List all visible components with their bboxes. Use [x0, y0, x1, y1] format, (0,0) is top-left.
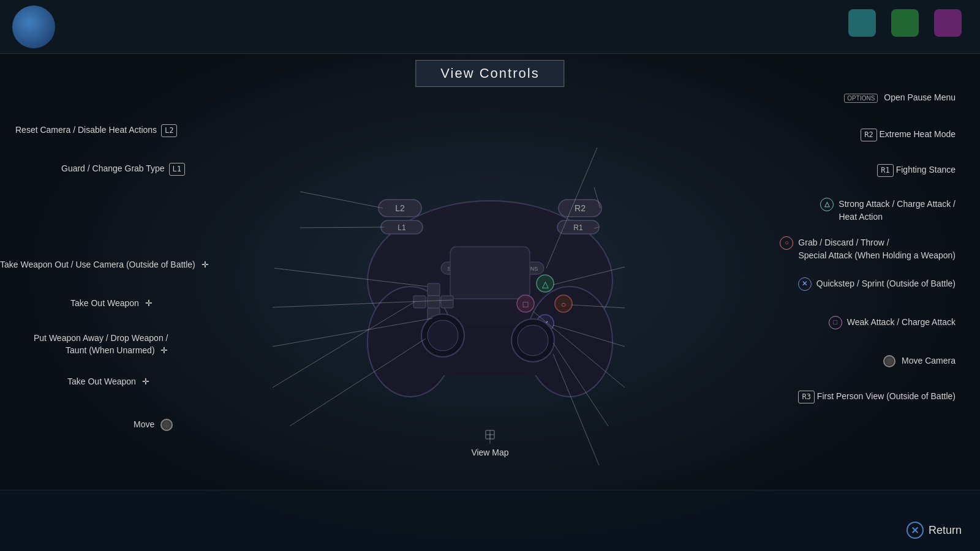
svg-rect-34 — [486, 430, 494, 439]
svg-point-33 — [518, 325, 548, 356]
svg-text:L1: L1 — [398, 223, 406, 232]
title-text: View Controls — [440, 66, 539, 81]
r3-badge: R3 — [798, 391, 814, 403]
return-button[interactable]: ✕ Return — [907, 522, 962, 539]
svg-line-52 — [553, 354, 599, 465]
svg-point-2 — [527, 287, 612, 397]
svg-line-47 — [553, 267, 625, 285]
top-bar — [0, 0, 980, 54]
svg-rect-19 — [413, 296, 426, 308]
top-icon-teal — [848, 9, 876, 37]
label-strong-attack: △ Strong Attack / Charge Attack / Heat A… — [820, 198, 956, 223]
svg-line-50 — [533, 312, 625, 388]
svg-text:□: □ — [523, 299, 529, 309]
weak-attack-text: Weak Attack / Charge Attack — [847, 317, 956, 327]
first-person-text: First Person View (Outside of Battle) — [817, 391, 956, 401]
svg-line-42 — [273, 302, 415, 388]
grab-text: Grab / Discard / Throw / — [798, 238, 889, 247]
take-out-weapon-r-text: Take Out Weapon — [70, 298, 139, 308]
svg-text:SHARE: SHARE — [447, 266, 466, 272]
svg-line-48 — [571, 305, 625, 308]
triangle-symbol: △ — [820, 198, 834, 211]
game-icon-left — [12, 6, 55, 48]
svg-point-24 — [555, 295, 572, 312]
svg-text:△: △ — [542, 279, 549, 289]
svg-line-39 — [274, 268, 427, 287]
svg-text:R2: R2 — [575, 203, 586, 213]
svg-text:✕: ✕ — [541, 318, 549, 329]
label-open-pause: OPTIONS Open Pause Menu — [844, 92, 956, 104]
label-take-weapon-camera: Take Weapon Out / Use Camera (Outside of… — [0, 259, 209, 271]
heat-action-text: Heat Action — [820, 212, 883, 222]
l1-badge: L1 — [169, 163, 185, 176]
x-cross-icon: ✕ — [907, 522, 924, 539]
label-take-out-weapon-d: Take Out Weapon ✛ — [67, 376, 149, 388]
label-view-map: View Map — [471, 447, 508, 459]
top-icon-green — [891, 9, 919, 37]
main-content: View Controls L2 R2 L1 R1 SHARE OPTIONS — [0, 54, 980, 490]
svg-point-22 — [537, 275, 554, 292]
square-symbol: □ — [829, 316, 842, 329]
svg-text:R1: R1 — [573, 223, 583, 232]
svg-point-32 — [511, 319, 554, 362]
extreme-heat-text: Extreme Heat Mode — [880, 129, 956, 139]
label-guard: Guard / Change Grab Type L1 — [61, 163, 185, 176]
svg-line-44 — [546, 148, 597, 268]
r1-badge: R1 — [877, 164, 893, 177]
svg-point-31 — [428, 320, 458, 351]
quickstep-text: Quickstep / Sprint (Outside of Battle) — [816, 279, 956, 288]
svg-line-37 — [300, 192, 383, 208]
svg-rect-12 — [441, 262, 473, 274]
put-weapon-away-text: Put Weapon Away / Drop Weapon / — [34, 333, 168, 343]
svg-point-1 — [368, 287, 453, 397]
top-icons-right — [848, 9, 962, 37]
strong-attack-text: Strong Attack / Charge Attack / — [839, 199, 956, 209]
label-grab: ○ Grab / Discard / Throw / Special Attac… — [780, 236, 956, 262]
open-pause-text: Open Pause Menu — [884, 92, 956, 102]
label-move: Move — [134, 419, 173, 431]
svg-rect-20 — [441, 296, 453, 308]
svg-rect-17 — [428, 283, 440, 296]
fighting-stance-text: Fighting Stance — [896, 165, 956, 174]
cross-symbol: ✕ — [798, 277, 812, 291]
label-put-weapon-away: Put Weapon Away / Drop Weapon / Taunt (W… — [34, 332, 168, 356]
svg-rect-18 — [428, 308, 440, 320]
svg-rect-21 — [428, 296, 440, 308]
svg-rect-6 — [559, 200, 601, 217]
return-label: Return — [929, 524, 962, 537]
svg-line-40 — [273, 300, 453, 307]
label-reset-camera: Reset Camera / Disable Heat Actions L2 — [15, 124, 177, 137]
l2-badge: L2 — [161, 124, 177, 137]
guard-text: Guard / Change Grab Type — [61, 163, 165, 173]
put-weapon-taunt-text: Taunt (When Unarmed) — [53, 345, 155, 355]
svg-text:○: ○ — [561, 299, 566, 309]
take-weapon-camera-text: Take Weapon Out / Use Camera (Outside of… — [0, 260, 195, 269]
svg-text:L2: L2 — [395, 203, 405, 213]
svg-point-26 — [537, 315, 554, 332]
label-fighting-stance: R1 Fighting Stance — [875, 164, 956, 177]
view-controls-title: View Controls — [415, 60, 564, 87]
move-camera-text: Move Camera — [902, 356, 956, 365]
svg-rect-14 — [507, 262, 544, 274]
options-badge: OPTIONS — [844, 94, 878, 103]
svg-line-45 — [594, 187, 600, 208]
svg-line-49 — [553, 325, 625, 347]
svg-rect-4 — [379, 200, 421, 217]
top-icon-purple — [934, 9, 962, 37]
label-take-out-weapon-r: Take Out Weapon ✛ — [70, 298, 153, 310]
svg-point-30 — [421, 314, 464, 357]
svg-line-46 — [594, 227, 598, 228]
label-extreme-heat: R2 Extreme Heat Mode — [859, 129, 956, 141]
svg-line-43 — [290, 339, 426, 426]
label-first-person: R3 First Person View (Outside of Battle) — [796, 391, 956, 403]
take-out-weapon-d-text: Take Out Weapon — [67, 377, 136, 386]
bottom-bar: ✕ Return — [0, 490, 980, 551]
svg-line-41 — [273, 318, 432, 347]
svg-point-28 — [517, 295, 534, 312]
svg-line-51 — [553, 343, 608, 426]
label-move-camera: Move Camera — [883, 355, 956, 367]
r-stick-icon — [883, 355, 895, 367]
svg-text:OPTIONS: OPTIONS — [513, 266, 538, 272]
svg-point-0 — [368, 201, 612, 360]
move-text: Move — [134, 419, 154, 429]
